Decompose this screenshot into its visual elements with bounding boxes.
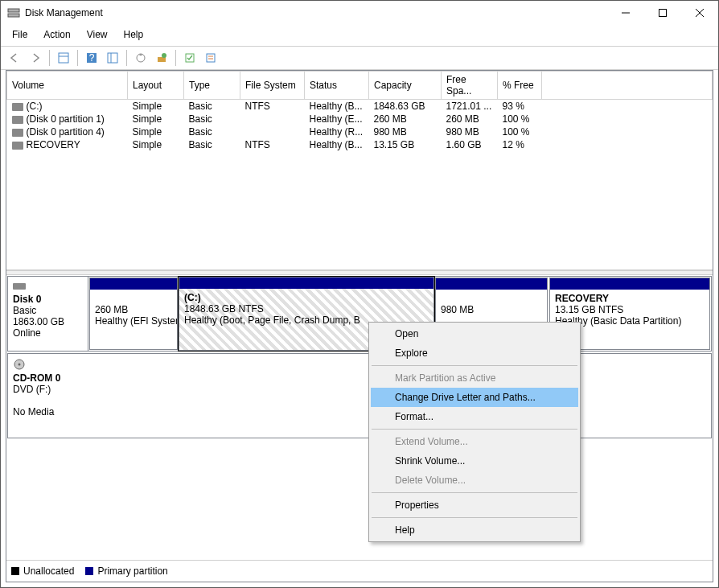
cdrom-icon (13, 359, 26, 370)
col-type[interactable]: Type (184, 72, 240, 100)
partition-status: Healthy (Boot, Page File, Crash Dump, B (184, 315, 360, 326)
toolbar-icon-3[interactable] (153, 49, 171, 67)
svg-rect-6 (59, 53, 68, 63)
col-volume[interactable]: Volume (7, 72, 128, 100)
ctx-divider (372, 492, 577, 493)
cdrom-type: DVD (F:) (13, 384, 51, 395)
toolbar-icon-4[interactable] (181, 49, 199, 67)
volume-icon (12, 103, 23, 111)
ctx-explore[interactable]: Explore (371, 343, 578, 363)
menubar: File Action View Help (1, 25, 718, 46)
table-row[interactable]: (C:)SimpleBasicNTFSHealthy (B...1848.63 … (7, 100, 713, 113)
back-button[interactable] (6, 49, 23, 67)
partition-size: 260 MB (95, 304, 128, 315)
toolbar-divider (49, 50, 50, 66)
menu-action[interactable]: Action (37, 27, 76, 43)
disk-0-size: 1863.00 GB (13, 316, 64, 327)
disk-0-state: Online (13, 327, 41, 339)
context-menu: Open Explore Mark Partition as Active Ch… (368, 322, 581, 542)
svg-rect-0 (8, 9, 19, 12)
help-icon[interactable]: ? (83, 49, 101, 67)
partition-header (436, 278, 547, 290)
partition-size: 980 MB (441, 304, 474, 315)
volume-icon (12, 129, 23, 137)
cdrom-row[interactable]: CD-ROM 0 DVD (F:) No Media (7, 353, 712, 438)
ctx-divider (372, 365, 577, 366)
svg-rect-3 (659, 10, 667, 17)
disk-0-row[interactable]: Disk 0 Basic 1863.00 GB Online 260 MB He… (7, 276, 712, 352)
col-layout[interactable]: Layout (128, 72, 184, 100)
legend-unallocated: Unallocated (23, 565, 74, 577)
titlebar[interactable]: Disk Management (1, 1, 718, 25)
volume-icon (12, 142, 23, 150)
svg-rect-16 (207, 54, 215, 62)
ctx-properties[interactable]: Properties (371, 495, 578, 515)
maximize-button[interactable] (644, 1, 681, 25)
volume-table[interactable]: Volume Layout Type File System Status Ca… (6, 71, 713, 151)
partition-header (179, 278, 433, 289)
col-pctfree[interactable]: % Free (498, 72, 542, 100)
minimize-button[interactable] (607, 1, 644, 25)
svg-rect-10 (108, 53, 117, 63)
ctx-divider (372, 517, 577, 518)
disk-0-type: Basic (13, 305, 36, 316)
cdrom-label: CD-ROM 0 DVD (F:) No Media (8, 354, 88, 438)
toolbar-divider (175, 50, 176, 66)
toolbar-icon-1[interactable] (55, 49, 72, 67)
window-title: Disk Management (25, 7, 607, 19)
toolbar-divider (77, 50, 78, 66)
legend-swatch-unallocated (11, 567, 19, 575)
table-row[interactable]: (Disk 0 partition 4)SimpleBasicHealthy (… (7, 125, 713, 138)
graphical-view: Disk 0 Basic 1863.00 GB Online 260 MB He… (6, 275, 713, 582)
toolbar-icon-2[interactable] (104, 49, 121, 67)
table-row[interactable]: RECOVERYSimpleBasicNTFSHealthy (B...13.1… (7, 138, 713, 151)
partition-header (90, 278, 177, 290)
ctx-help[interactable]: Help (371, 520, 578, 540)
partition-size: 1848.63 GB NTFS (184, 303, 264, 315)
properties-icon[interactable] (202, 49, 220, 67)
volume-list-pane: Volume Layout Type File System Status Ca… (6, 71, 713, 270)
disk-icon (13, 282, 26, 291)
col-fs[interactable]: File System (240, 72, 305, 100)
ctx-extend-volume: Extend Volume... (371, 432, 578, 451)
table-row[interactable]: (Disk 0 partition 1)SimpleBasicHealthy (… (7, 113, 713, 125)
svg-rect-19 (13, 283, 26, 290)
partition-name: RECOVERY (555, 293, 609, 304)
partition-status: Healthy (EFI System (95, 315, 177, 327)
toolbar: ? (1, 46, 718, 70)
ctx-delete-volume: Delete Volume... (371, 471, 578, 490)
legend-primary: Primary partition (97, 565, 167, 577)
refresh-icon[interactable] (132, 49, 150, 67)
partition-header (550, 278, 709, 290)
ctx-open[interactable]: Open (371, 324, 578, 343)
svg-point-14 (162, 53, 166, 58)
menu-help[interactable]: Help (117, 27, 150, 43)
ctx-shrink-volume[interactable]: Shrink Volume... (371, 451, 578, 471)
partition-name: (C:) (184, 292, 201, 303)
disk-0-label: Disk 0 Basic 1863.00 GB Online (8, 277, 88, 351)
ctx-format[interactable]: Format... (371, 407, 578, 426)
forward-button[interactable] (27, 49, 44, 67)
cdrom-title: CD-ROM 0 (13, 372, 60, 384)
toolbar-divider (126, 50, 127, 66)
volume-icon (12, 116, 23, 124)
svg-rect-1 (8, 14, 19, 17)
menu-view[interactable]: View (80, 27, 114, 43)
svg-text:?: ? (89, 52, 95, 64)
svg-point-21 (18, 364, 21, 366)
col-free[interactable]: Free Spa... (442, 72, 498, 100)
col-capacity[interactable]: Capacity (369, 72, 442, 100)
partition-1[interactable]: 260 MB Healthy (EFI System (89, 278, 178, 350)
ctx-change-drive-letter[interactable]: Change Drive Letter and Paths... (371, 388, 578, 407)
disk-0-title: Disk 0 (13, 294, 41, 305)
partition-size: 13.15 GB NTFS (555, 304, 623, 315)
col-blank[interactable] (542, 72, 713, 100)
ctx-mark-active: Mark Partition as Active (371, 368, 578, 388)
menu-file[interactable]: File (6, 27, 34, 43)
content-area: Volume Layout Type File System Status Ca… (6, 70, 713, 582)
col-status[interactable]: Status (305, 72, 369, 100)
legend-swatch-primary (85, 567, 93, 575)
ctx-divider (372, 429, 577, 430)
cdrom-state: No Media (13, 406, 54, 417)
close-button[interactable] (681, 1, 718, 25)
